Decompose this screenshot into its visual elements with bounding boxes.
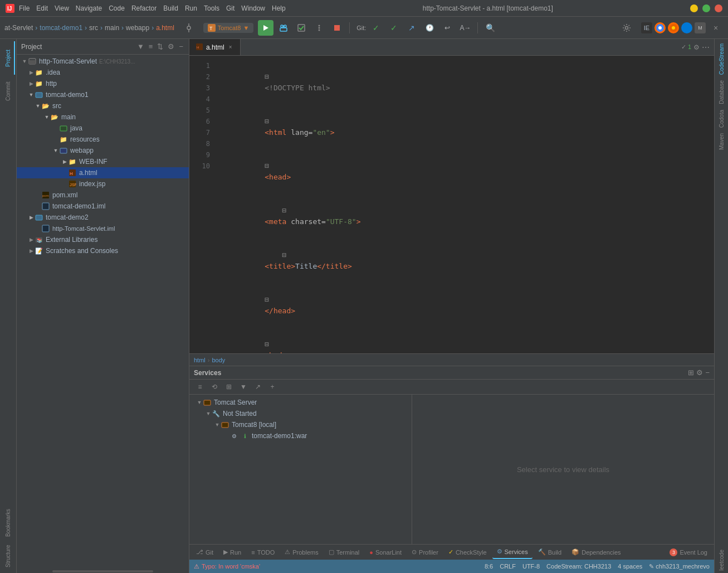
settings-button[interactable] <box>619 20 634 36</box>
breadcrumb-part-3[interactable]: main <box>105 24 119 32</box>
run-button[interactable] <box>258 20 273 36</box>
editor-settings-icon[interactable]: ⚙ <box>693 43 700 51</box>
menu-view[interactable]: View <box>55 4 69 12</box>
close-preview-button[interactable]: × <box>708 20 724 36</box>
run-configuration[interactable]: T Tomcat8 ▼ <box>203 23 253 33</box>
services-settings-icon[interactable]: ⚙ <box>696 368 703 377</box>
status-charset[interactable]: UTF-8 <box>522 563 540 570</box>
right-tab-codota[interactable]: Codota <box>717 108 726 130</box>
browser-firefox-icon[interactable] <box>668 22 679 33</box>
breadcrumb-part-2[interactable]: src <box>89 24 98 32</box>
project-gear-icon[interactable]: ▼ <box>136 41 145 52</box>
translate-button[interactable]: A→ <box>457 20 473 36</box>
stop-button[interactable] <box>329 20 345 36</box>
search-everywhere-button[interactable]: 🔍 <box>482 20 498 36</box>
maximize-button[interactable] <box>702 4 710 12</box>
bottom-tab-problems[interactable]: ⚠ Problems <box>280 546 323 559</box>
bottom-tab-eventlog[interactable]: 3 Event Log <box>665 546 712 559</box>
menu-bar[interactable]: File Edit View Navigate Code Refactor Bu… <box>19 4 286 12</box>
git-commit-push-button[interactable]: ✓ <box>386 20 402 36</box>
close-button[interactable] <box>715 4 722 12</box>
tree-item-iml[interactable]: tomcat-demo1.iml <box>17 201 189 212</box>
breadcrumb-part-1[interactable]: tomcat-demo1 <box>40 24 82 32</box>
breadcrumb-part-4[interactable]: webapp <box>126 24 149 32</box>
sidebar-tab-bookmarks[interactable]: Bookmarks <box>2 506 15 540</box>
menu-refactor[interactable]: Refactor <box>131 4 157 12</box>
tree-item-resources[interactable]: 📁 resources <box>17 134 189 145</box>
menu-run[interactable]: Run <box>185 4 197 12</box>
coverage-button[interactable] <box>294 20 309 36</box>
breadcrumb-part-0[interactable]: at-Servlet <box>4 24 33 32</box>
window-controls[interactable] <box>690 4 722 12</box>
status-encoding[interactable]: CRLF <box>500 563 516 570</box>
menu-window[interactable]: Window <box>241 4 265 12</box>
tree-item-indexjsp[interactable]: JSP index.jsp <box>17 178 189 190</box>
breadcrumb-html[interactable]: html <box>194 357 206 363</box>
project-hide-icon[interactable]: − <box>178 41 184 52</box>
menu-navigate[interactable]: Navigate <box>76 4 102 12</box>
browser-ie-icon[interactable]: IE <box>641 22 652 33</box>
bottom-tab-checkstyle[interactable]: ✓ CheckStyle <box>444 546 491 559</box>
tree-item-webinf[interactable]: ▶ 📁 WEB-INF <box>17 156 189 167</box>
tree-item-http[interactable]: ▶ 📁 http <box>17 78 189 89</box>
code-content[interactable]: ⊟ <!DOCTYPE html> ⊟ <html lang="en"> ⊟ <… <box>214 56 714 353</box>
bottom-tab-build[interactable]: 🔨 Build <box>534 546 566 559</box>
services-tree-not-started[interactable]: ▼ 🔧 Not Started <box>189 408 412 419</box>
right-tab-maven[interactable]: Maven <box>717 131 726 152</box>
sidebar-tab-commit[interactable]: Commit <box>2 75 15 108</box>
line-error-indicator[interactable]: ✓ 1 <box>681 43 691 51</box>
tree-item-tomcat-demo1[interactable]: ▼ tomcat-demo1 <box>17 89 189 100</box>
services-filter[interactable]: ▼ <box>237 381 250 393</box>
services-tree-tomcat-server[interactable]: ▼ Tomcat Server <box>189 397 412 408</box>
browser-chrome-icon[interactable] <box>654 22 666 33</box>
tree-item-root[interactable]: ▼ http-Tomcat-Servlet E:\CHH3213... <box>17 56 189 67</box>
services-expand-all[interactable]: ⟲ <box>208 381 221 393</box>
tree-item-main[interactable]: ▼ 📂 main <box>17 111 189 123</box>
right-tab-database[interactable]: Database <box>717 78 726 106</box>
services-group[interactable]: ⊞ <box>223 381 235 393</box>
menu-edit[interactable]: Edit <box>36 4 48 12</box>
more-run-options[interactable] <box>311 20 327 36</box>
services-tree-tomcat8[interactable]: ▼ Tomcat8 [local] <box>189 419 412 430</box>
services-tree-war[interactable]: ⚙ ℹ tomcat-demo1:war <box>189 430 412 441</box>
tree-item-src[interactable]: ▼ 📂 src <box>17 100 189 111</box>
debug-button[interactable] <box>276 20 291 36</box>
git-checkmark-button[interactable]: ✓ <box>368 20 384 36</box>
menu-code[interactable]: Code <box>109 4 125 12</box>
bottom-tab-dependencies[interactable]: 📦 Dependencies <box>567 546 625 559</box>
tree-item-ahtml[interactable]: H a.html <box>17 167 189 178</box>
breadcrumb-file[interactable]: a.html <box>156 24 174 32</box>
breadcrumb-body[interactable]: body <box>212 357 225 363</box>
menu-git[interactable]: Git <box>226 4 234 12</box>
status-indent[interactable]: 4 spaces <box>618 563 642 570</box>
tree-item-scratches[interactable]: ▶ 📝 Scratches and Consoles <box>17 245 189 256</box>
git-push-button[interactable]: ↗ <box>404 20 419 36</box>
project-collapse-icon[interactable]: ≡ <box>148 41 154 52</box>
bottom-tab-profiler[interactable]: ⊙ Profiler <box>407 546 443 559</box>
sidebar-tab-structure[interactable]: Structure <box>2 540 15 573</box>
tree-item-webapp[interactable]: ▼ webapp <box>17 145 189 156</box>
project-settings-icon[interactable]: ⚙ <box>167 41 175 52</box>
services-hide-icon[interactable]: − <box>705 368 710 377</box>
sidebar-tab-project[interactable]: Project <box>2 41 15 75</box>
minimize-button[interactable] <box>690 4 698 12</box>
tree-item-idea[interactable]: ▶ 📁 .idea <box>17 67 189 78</box>
menu-build[interactable]: Build <box>163 4 178 12</box>
tree-item-java[interactable]: java <box>17 123 189 134</box>
status-caret[interactable]: 8:6 <box>485 563 493 570</box>
tree-item-pomxml[interactable]: pom pom.xml <box>17 190 189 201</box>
menu-tools[interactable]: Tools <box>204 4 219 12</box>
services-add[interactable]: + <box>266 381 279 393</box>
editor-tab-ahtml[interactable]: H a.html × <box>189 39 241 55</box>
editor-expand-icon[interactable]: ⋯ <box>702 43 710 52</box>
bottom-tab-run[interactable]: ▶ Run <box>219 546 246 559</box>
right-tab-codestream[interactable]: CodeStream <box>717 41 726 77</box>
menu-file[interactable]: File <box>19 4 30 12</box>
services-expand-icon[interactable]: ⊞ <box>688 368 694 377</box>
services-collapse-all[interactable]: ≡ <box>194 381 206 393</box>
bottom-tab-todo[interactable]: ≡ TODO <box>247 546 279 559</box>
services-jump[interactable]: ↗ <box>252 381 264 393</box>
tab-close-button[interactable]: × <box>228 44 233 50</box>
right-tab-leetcode[interactable]: leetcode <box>717 547 726 573</box>
bottom-tab-terminal[interactable]: ▢ Terminal <box>324 546 364 559</box>
